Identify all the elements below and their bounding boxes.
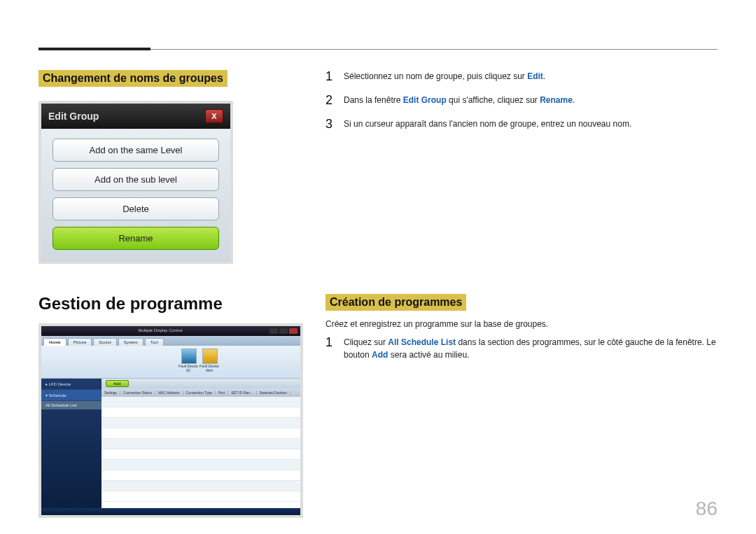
sidebar-item-lfd[interactable]: ▸ LFD Device [41, 379, 102, 390]
heading-rename-groups: Changement de noms de groupes [38, 70, 227, 87]
tab-system[interactable]: System [118, 338, 144, 346]
tab-picture[interactable]: Picture [68, 338, 92, 346]
mdc-screenshot: Multiple Display Control Home Picture So… [38, 323, 303, 518]
add-sub-level-button[interactable]: Add on the sub level [52, 168, 219, 191]
rename-button[interactable]: Rename [52, 227, 219, 250]
mdc-tabs: Home Picture Sound System Tool [41, 336, 300, 346]
mdc-column-headers: Settings Connection Status MAC Address C… [102, 388, 300, 397]
page-number: 86 [696, 498, 718, 520]
step-number: 1 [326, 70, 335, 83]
rename-steps: 1 Sélectionnez un nom de groupe, puis cl… [326, 70, 718, 130]
edit-group-dialog: Edit Group X Add on the same Level Add o… [38, 101, 233, 264]
step-text: Sélectionnez un nom de groupe, puis cliq… [344, 70, 545, 83]
mdc-sidebar: ▸ LFD Device ▾ Schedule All Schedule Lis… [41, 379, 102, 508]
close-icon[interactable] [289, 328, 298, 334]
mdc-title: Multiple Display Control [138, 328, 182, 334]
sidebar-item-schedule[interactable]: ▾ Schedule [41, 390, 102, 401]
step-number: 3 [326, 118, 335, 130]
step-text: Cliquez sur All Schedule List dans la se… [344, 336, 718, 361]
dialog-title: Edit Group [48, 111, 99, 122]
heading-create-schedules: Création de programmes [326, 294, 466, 311]
tab-sound[interactable]: Sound [93, 338, 116, 346]
intro-text: Créez et enregistrez un programme sur la… [326, 319, 718, 329]
mdc-grid [102, 397, 300, 508]
add-button[interactable]: Add [106, 380, 129, 387]
step-text: Dans la fenêtre Edit Group qui s'affiche… [344, 94, 575, 106]
add-same-level-button[interactable]: Add on the same Level [52, 139, 219, 162]
sidebar-item-all-schedule-list[interactable]: All Schedule List [41, 401, 102, 409]
fault-alert-label: Fault Device Alert [199, 364, 220, 372]
fault-alert-icon[interactable] [202, 349, 218, 364]
step-text: Si un curseur apparaît dans l'ancien nom… [344, 118, 631, 130]
fault-device-icon[interactable] [181, 349, 197, 364]
close-icon[interactable]: X [205, 109, 223, 123]
step-number: 1 [326, 336, 335, 349]
delete-button[interactable]: Delete [52, 197, 219, 220]
step-number: 2 [326, 94, 335, 106]
tab-home[interactable]: Home [43, 338, 66, 346]
fault-device-label: Fault Device (0) [178, 364, 199, 372]
heading-schedule-management: Gestion de programme [38, 294, 298, 314]
tab-tool[interactable]: Tool [145, 338, 164, 346]
